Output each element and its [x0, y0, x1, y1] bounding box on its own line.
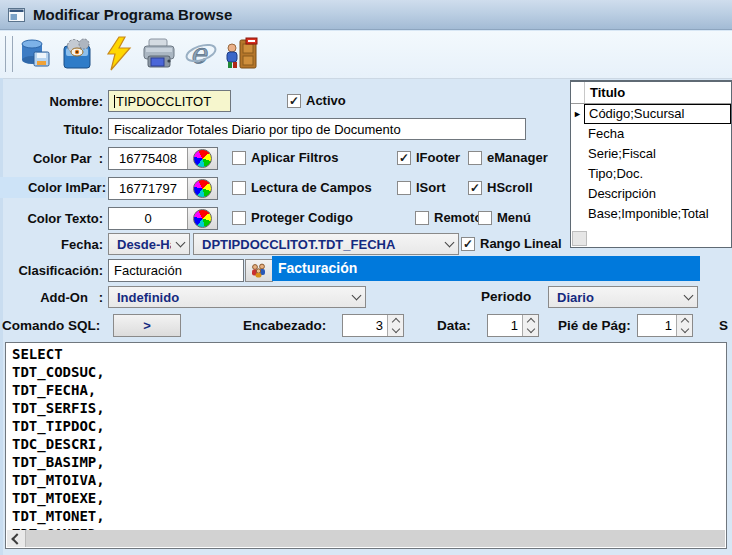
checkbox-box[interactable]: [287, 94, 301, 108]
checkbox-label: lSort: [416, 180, 446, 195]
checkbox-label: eManager: [487, 150, 548, 165]
color-texto-field[interactable]: 0: [108, 207, 218, 230]
data-stepper[interactable]: 1: [487, 314, 539, 337]
horizontal-scrollbar[interactable]: [7, 530, 725, 547]
clasificacion-lookup-button[interactable]: [245, 259, 273, 282]
proteger-codigo-checkbox[interactable]: Proteger Codigo: [232, 210, 353, 225]
color-impar-field[interactable]: 16771797: [108, 177, 218, 200]
checkbox-box[interactable]: [468, 181, 482, 195]
titulo-input[interactable]: Fiscalizador Totales Diario por tipo de …: [108, 118, 526, 140]
checkbox-label: Activo: [306, 93, 346, 108]
app-window-icon: [8, 8, 25, 22]
color-wheel-icon: [193, 149, 212, 168]
checkbox-box[interactable]: [415, 211, 429, 225]
checkbox-box[interactable]: [397, 151, 411, 165]
activo-checkbox[interactable]: Activo: [287, 93, 346, 108]
table-row[interactable]: Fecha: [571, 124, 731, 144]
periodo-dropdown[interactable]: Diario: [548, 286, 698, 308]
encabezado-stepper[interactable]: 3: [342, 314, 404, 337]
color-par-label: Color Par :: [0, 151, 103, 166]
row-selector-icon: [571, 184, 584, 204]
grid-marker-column: [571, 82, 585, 103]
sql-editor[interactable]: SELECTTDT_CODSUC,TDT_FECHA,TDT_SERFIS,TD…: [5, 342, 727, 549]
exit-button[interactable]: [221, 34, 261, 74]
printer-icon: [140, 36, 178, 72]
comando-sql-label: Comando SQL:: [2, 318, 100, 333]
execute-button[interactable]: [99, 34, 139, 74]
color-impar-picker-button[interactable]: [187, 178, 217, 199]
table-row[interactable]: Base;Imponible;Total: [571, 204, 731, 224]
titulo-label: Titulo:: [0, 122, 103, 137]
rango-lineal-checkbox[interactable]: Rango Lineal: [461, 236, 562, 251]
color-texto-value[interactable]: 0: [109, 208, 187, 229]
checkbox-box[interactable]: [397, 181, 411, 195]
lsort-checkbox[interactable]: lSort: [397, 180, 446, 195]
checkbox-box[interactable]: [461, 237, 475, 251]
checkbox-box[interactable]: [468, 151, 482, 165]
grid-header-titulo[interactable]: Titulo: [585, 82, 731, 103]
emanager-checkbox[interactable]: eManager: [468, 150, 548, 165]
table-row[interactable]: Serie;Fiscal: [571, 144, 731, 164]
hscroll-checkbox[interactable]: HScroll: [468, 180, 533, 195]
color-texto-picker-button[interactable]: [187, 208, 217, 229]
row-selector-icon: [571, 104, 584, 124]
fecha-field-dropdown[interactable]: DPTIPDOCCLITOT.TDT_FECHA: [193, 233, 459, 255]
addon-dropdown[interactable]: Indefinido: [108, 286, 366, 308]
sql-line: TDT_MTONET,: [12, 507, 726, 525]
chevron-down-icon: [171, 242, 189, 246]
fecha-mode-dropdown[interactable]: Desde-Ha: [108, 233, 190, 255]
lectura-campos-checkbox[interactable]: Lectura de Campos: [232, 180, 372, 195]
save-button[interactable]: [15, 34, 55, 74]
row-selector-icon: [571, 124, 584, 144]
nombre-input[interactable]: TIPDOCCLITOT: [108, 90, 231, 112]
fecha-label: Fecha:: [0, 237, 103, 252]
print-button[interactable]: [139, 34, 179, 74]
sql-text[interactable]: SELECTTDT_CODSUC,TDT_FECHA,TDT_SERFIS,TD…: [6, 345, 726, 531]
titulo-grid: Titulo Código;Sucursal Fecha Serie;Fisca…: [570, 80, 732, 248]
browser-button[interactable]: e: [181, 34, 221, 74]
aplicar-filtros-checkbox[interactable]: Aplicar Filtros: [232, 150, 338, 165]
truncated-right-label: S: [719, 318, 728, 333]
clasificacion-input[interactable]: Facturación: [108, 259, 244, 282]
checkbox-box[interactable]: [232, 151, 246, 165]
pie-de-pag-stepper[interactable]: 1: [637, 314, 693, 337]
settings-button[interactable]: [58, 34, 98, 74]
chevron-down-icon: [347, 295, 365, 299]
database-save-icon: [17, 36, 53, 72]
color-par-field[interactable]: 16775408: [108, 147, 218, 170]
color-wheel-icon: [193, 179, 212, 198]
clasificacion-label: Clasificación:: [0, 263, 103, 278]
row-selector-icon: [571, 144, 584, 164]
sql-line: SELECT: [12, 345, 726, 363]
gear-settings-icon: [60, 36, 96, 72]
table-row[interactable]: Tipo;Doc.: [571, 164, 731, 184]
checkbox-box[interactable]: [478, 211, 492, 225]
toolbar: e: [0, 31, 732, 79]
table-row[interactable]: Descripción: [571, 184, 731, 204]
lfooter-checkbox[interactable]: lFooter: [397, 150, 460, 165]
menu-checkbox[interactable]: Menú: [478, 210, 531, 225]
chevron-left-icon: [11, 533, 22, 544]
color-impar-value[interactable]: 16771797: [109, 178, 187, 199]
checkbox-label: Aplicar Filtros: [251, 150, 338, 165]
chevron-down-icon: [440, 242, 458, 246]
remoto-checkbox[interactable]: Remoto: [415, 210, 482, 225]
title-bar: Modificar Programa Browse: [0, 0, 732, 30]
spinner-down-icon[interactable]: [677, 326, 692, 337]
exit-door-icon: [222, 36, 260, 72]
sql-line: TDT_MTOEXE,: [12, 489, 726, 507]
spinner-down-icon[interactable]: [523, 326, 538, 337]
table-row[interactable]: Código;Sucursal: [571, 104, 731, 124]
toolbar-gripper[interactable]: [5, 36, 13, 72]
scroll-left-button[interactable]: [7, 530, 26, 547]
grid-header[interactable]: Titulo: [571, 82, 731, 104]
checkbox-box[interactable]: [232, 181, 246, 195]
color-par-value[interactable]: 16775408: [109, 148, 187, 169]
color-par-picker-button[interactable]: [187, 148, 217, 169]
comando-sql-button[interactable]: >: [113, 314, 181, 337]
window-left-frame: [0, 78, 3, 555]
spinner-down-icon[interactable]: [388, 326, 403, 337]
checkbox-label: Rango Lineal: [480, 236, 562, 251]
checkbox-box[interactable]: [232, 211, 246, 225]
row-selector-icon: [571, 204, 584, 224]
